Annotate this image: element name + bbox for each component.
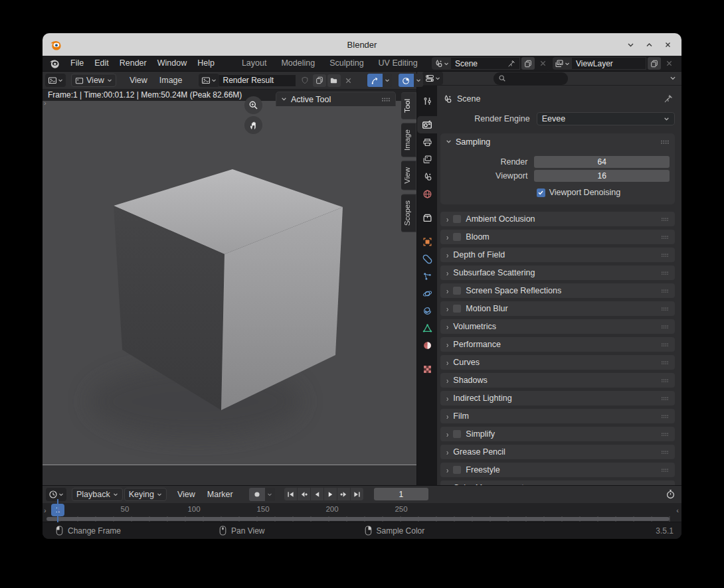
playback-dropdown[interactable]: Playback bbox=[72, 488, 123, 501]
jump-next-keyframe-button[interactable] bbox=[337, 488, 350, 500]
workspace-tab-sculpting[interactable]: Sculpting bbox=[322, 56, 371, 71]
panel-grip-icon[interactable] bbox=[381, 97, 391, 102]
properties-options-dropdown[interactable] bbox=[670, 75, 676, 82]
gizmos-dropdown[interactable] bbox=[383, 74, 392, 87]
open-image-button[interactable] bbox=[327, 74, 341, 87]
tab-physics[interactable] bbox=[417, 285, 437, 302]
panel-freestyle[interactable]: ›Freestyle bbox=[440, 463, 675, 477]
panel-volumetrics[interactable]: ›Volumetrics bbox=[440, 319, 675, 334]
scene-browse-button[interactable] bbox=[432, 57, 451, 70]
view-layer-name[interactable]: ViewLayer bbox=[572, 57, 646, 70]
new-image-button[interactable] bbox=[313, 74, 326, 87]
current-frame-field[interactable]: 1 bbox=[374, 488, 428, 500]
motion-blur-checkbox[interactable] bbox=[453, 305, 461, 313]
view-layer-remove-button[interactable] bbox=[662, 57, 676, 70]
region-expand-arrow[interactable]: › bbox=[44, 99, 46, 107]
tab-scene[interactable] bbox=[417, 168, 437, 185]
panel-grip-icon[interactable] bbox=[660, 139, 670, 145]
menu-view[interactable]: View bbox=[124, 76, 153, 85]
sidebar-tab-scopes[interactable]: Scopes bbox=[401, 194, 416, 232]
menu-render[interactable]: Render bbox=[114, 56, 152, 71]
simplify-checkbox[interactable] bbox=[453, 430, 461, 438]
display-channels-dropdown[interactable] bbox=[414, 74, 423, 87]
tab-material[interactable] bbox=[417, 336, 437, 354]
freestyle-checkbox[interactable] bbox=[453, 466, 461, 474]
fake-user-button[interactable] bbox=[298, 74, 312, 87]
panel-depth-of-field[interactable]: ›Depth of Field bbox=[440, 248, 675, 262]
timeline-editor-type-button[interactable] bbox=[46, 488, 66, 501]
menu-file[interactable]: File bbox=[65, 56, 89, 71]
scrollbar-thumb[interactable] bbox=[46, 517, 670, 521]
editor-type-button[interactable] bbox=[45, 74, 66, 87]
menu-edit[interactable]: Edit bbox=[89, 56, 114, 71]
region-collapse-arrow[interactable]: ‹ bbox=[676, 506, 679, 514]
bloom-checkbox[interactable] bbox=[453, 233, 461, 241]
panel-screen-space-reflections[interactable]: ›Screen Space Reflections bbox=[440, 283, 675, 298]
sidebar-tab-tool[interactable]: Tool bbox=[401, 92, 416, 119]
tab-world[interactable] bbox=[417, 185, 437, 202]
gizmos-toggle[interactable] bbox=[367, 74, 383, 87]
tab-output[interactable] bbox=[417, 133, 437, 151]
panel-motion-blur[interactable]: ›Motion Blur bbox=[440, 301, 675, 316]
workspace-tab-uv-editing[interactable]: UV Editing bbox=[371, 56, 425, 71]
sampling-panel-header[interactable]: Sampling bbox=[440, 133, 675, 150]
panel-ambient-occlusion[interactable]: ›Ambient Occlusion bbox=[440, 212, 675, 226]
panel-film[interactable]: ›Film bbox=[440, 409, 675, 423]
mode-dropdown[interactable]: View bbox=[71, 74, 116, 87]
tab-render[interactable] bbox=[417, 116, 437, 133]
panel-performance[interactable]: ›Performance bbox=[440, 337, 675, 352]
tab-object-data[interactable] bbox=[417, 319, 437, 336]
timeline-menu-marker[interactable]: Marker bbox=[202, 490, 238, 499]
zoom-button[interactable] bbox=[244, 96, 262, 114]
tab-view-layer[interactable] bbox=[417, 151, 437, 168]
region-expand-arrow[interactable]: › bbox=[44, 506, 46, 514]
scene-name[interactable]: Scene bbox=[451, 57, 520, 70]
tab-object[interactable] bbox=[417, 233, 437, 250]
keying-dropdown[interactable]: Keying bbox=[124, 488, 167, 501]
jump-prev-keyframe-button[interactable] bbox=[298, 488, 310, 500]
use-preview-range-button[interactable] bbox=[666, 489, 676, 499]
panel-curves[interactable]: ›Curves bbox=[440, 355, 675, 370]
scene-new-button[interactable] bbox=[521, 57, 535, 70]
close-button[interactable] bbox=[662, 38, 674, 50]
auto-keying-dropdown[interactable] bbox=[265, 488, 275, 501]
tab-tool[interactable] bbox=[417, 92, 437, 110]
timeline-ruler[interactable]: › 50 100 150 200 250 1 ‹ bbox=[43, 503, 681, 517]
panel-shadows[interactable]: ›Shadows bbox=[440, 373, 675, 388]
unlink-image-button[interactable] bbox=[342, 74, 355, 87]
breadcrumb-scene[interactable]: Scene bbox=[457, 94, 480, 104]
minimize-button[interactable] bbox=[624, 38, 636, 50]
play-button[interactable] bbox=[324, 488, 337, 500]
image-name[interactable]: Render Result bbox=[219, 74, 296, 87]
sidebar-tab-view[interactable]: View bbox=[401, 161, 416, 190]
panel-bloom[interactable]: ›Bloom bbox=[440, 230, 675, 244]
view-layer-new-button[interactable] bbox=[648, 57, 661, 70]
menu-help[interactable]: Help bbox=[192, 56, 220, 71]
viewport-denoising-checkbox[interactable] bbox=[537, 188, 545, 197]
blender-menu-logo-icon[interactable] bbox=[48, 58, 60, 69]
tab-collection[interactable] bbox=[417, 209, 437, 226]
menu-window[interactable]: Window bbox=[152, 56, 192, 71]
tab-texture[interactable] bbox=[417, 360, 437, 378]
workspace-tab-texture-paint[interactable]: Textur bbox=[425, 56, 432, 71]
tab-modifiers[interactable] bbox=[417, 250, 437, 267]
render-engine-dropdown[interactable]: Eevee bbox=[537, 112, 675, 125]
pin-icon[interactable] bbox=[664, 94, 673, 104]
jump-to-end-button[interactable] bbox=[351, 488, 363, 500]
active-tool-panel-header[interactable]: Active Tool bbox=[276, 92, 396, 106]
pan-button[interactable] bbox=[244, 116, 262, 134]
panel-subsurface-scattering[interactable]: ›Subsurface Scattering bbox=[440, 265, 675, 280]
ssr-checkbox[interactable] bbox=[453, 287, 461, 295]
properties-editor-type-button[interactable] bbox=[422, 72, 443, 85]
tab-constraints[interactable] bbox=[417, 302, 437, 319]
scene-unlink-button[interactable] bbox=[536, 57, 549, 70]
display-channels-toggle[interactable] bbox=[399, 74, 414, 87]
workspace-tab-layout[interactable]: Layout bbox=[234, 56, 274, 71]
panel-grease-pencil[interactable]: ›Grease Pencil bbox=[440, 445, 675, 459]
timeline-menu-view[interactable]: View bbox=[172, 490, 201, 499]
menu-image[interactable]: Image bbox=[154, 76, 188, 85]
viewport-samples-field[interactable]: 16 bbox=[534, 170, 670, 182]
panel-simplify[interactable]: ›Simplify bbox=[440, 427, 675, 441]
workspace-tab-modeling[interactable]: Modeling bbox=[274, 56, 322, 71]
auto-keying-record-button[interactable] bbox=[249, 488, 265, 501]
